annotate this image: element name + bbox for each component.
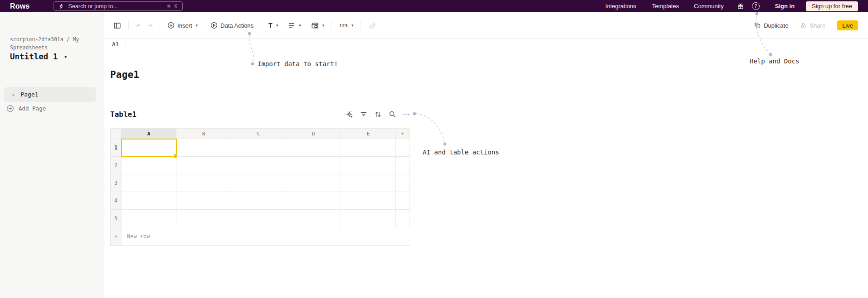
cell[interactable] (231, 192, 286, 210)
play-circle-icon (210, 22, 218, 29)
add-column-button[interactable]: + (396, 128, 410, 139)
search-shortcut: ⌘ K (167, 3, 178, 10)
toolbar-divider (332, 21, 332, 30)
cell[interactable] (231, 210, 286, 227)
redo-icon[interactable]: ↷ (148, 22, 152, 29)
add-row-button[interactable]: + (110, 227, 122, 245)
cell[interactable] (231, 157, 286, 174)
triangle-right-icon: ▸ (12, 92, 15, 97)
page-title: Page1 (110, 69, 139, 80)
cell[interactable] (176, 210, 231, 227)
cell-A1[interactable] (122, 139, 176, 157)
cell[interactable] (396, 210, 410, 227)
cell[interactable] (286, 139, 341, 157)
cell[interactable] (231, 139, 286, 157)
table-title[interactable]: Table1 (110, 110, 137, 119)
formula-bar: A1 (104, 39, 868, 49)
cell[interactable] (341, 139, 396, 157)
cell[interactable] (286, 210, 341, 227)
text-format-button[interactable]: T ▾ (268, 22, 278, 29)
table-row: 4 (110, 192, 410, 210)
table-row: 3 (110, 174, 410, 192)
cell[interactable] (122, 157, 176, 174)
clear-formatting-icon[interactable] (368, 22, 376, 29)
nav-integrations[interactable]: Integrations (605, 3, 636, 10)
grid-corner[interactable] (110, 128, 122, 139)
cell[interactable] (176, 139, 231, 157)
nav-templates[interactable]: Templates (652, 3, 679, 10)
cell[interactable] (396, 157, 410, 174)
text-format-icon: T (268, 22, 273, 29)
cell[interactable] (341, 210, 396, 227)
cell[interactable] (176, 174, 231, 192)
cell[interactable] (176, 157, 231, 174)
undo-icon[interactable]: ↶ (136, 22, 140, 29)
ai-sparkle-icon[interactable] (346, 111, 353, 118)
add-page-label: Add Page (19, 105, 46, 112)
cell[interactable] (341, 174, 396, 192)
share-button[interactable]: Share (800, 22, 825, 29)
add-page-button[interactable]: Add Page (6, 105, 46, 112)
data-actions-label: Data Actions (220, 22, 254, 29)
cell[interactable] (176, 192, 231, 210)
lock-icon (800, 22, 807, 29)
sort-icon[interactable] (374, 111, 382, 118)
column-header-D[interactable]: D (286, 128, 341, 139)
sidebar-item-page1[interactable]: ▸ Page1 (4, 87, 96, 102)
column-header-C[interactable]: C (231, 128, 286, 139)
cell[interactable] (122, 174, 176, 192)
insert-label: Insert (177, 22, 192, 29)
cell[interactable] (231, 174, 286, 192)
search-input[interactable]: Search or jump to... ⌘ K (54, 1, 183, 11)
duplicate-button[interactable]: Duplicate (754, 22, 788, 29)
cell-reference[interactable]: A1 (112, 41, 126, 48)
cell[interactable] (396, 192, 410, 210)
row-header-5[interactable]: 5 (110, 210, 122, 227)
toolbar-right-cluster: Duplicate Share Live (754, 20, 868, 30)
table-header-row: Table1 ⋯ (110, 107, 410, 121)
breadcrumb[interactable]: scorpion-2dfa301a / My Spreadsheets (10, 36, 86, 52)
nav-community[interactable]: Community (694, 3, 724, 10)
formula-input[interactable] (126, 39, 868, 49)
sign-in-link[interactable]: Sign in (775, 3, 795, 10)
flash-icon (59, 3, 64, 10)
row-header-2[interactable]: 2 (110, 157, 122, 174)
table-row: 2 (110, 157, 410, 174)
annotation-import-data: Import data to start! (258, 60, 338, 67)
column-header-B[interactable]: B (176, 128, 231, 139)
cell[interactable] (122, 210, 176, 227)
row-header-1[interactable]: 1 (110, 139, 122, 157)
cell[interactable] (286, 157, 341, 174)
workbook-title-dropdown[interactable]: Untitled 1 ▾ (10, 52, 67, 61)
cell[interactable] (286, 174, 341, 192)
help-icon[interactable]: ? (752, 2, 760, 10)
fill-color-button[interactable]: ▾ (311, 22, 325, 29)
cell[interactable] (122, 192, 176, 210)
rows-logo[interactable]: Rows (10, 2, 29, 10)
filter-icon[interactable] (360, 111, 367, 118)
row-header-4[interactable]: 4 (110, 192, 122, 210)
new-row[interactable]: + New row (110, 227, 410, 246)
live-badge[interactable]: Live (837, 20, 858, 30)
cell[interactable] (396, 139, 410, 157)
data-actions-button[interactable]: Data Actions (210, 22, 254, 29)
gift-icon[interactable] (737, 3, 744, 10)
sidebar-toggle-icon[interactable] (113, 22, 121, 29)
search-icon[interactable] (389, 111, 396, 118)
cell[interactable] (396, 174, 410, 192)
table-row: 5 (110, 210, 410, 227)
sign-up-button[interactable]: Sign up for free (806, 1, 858, 11)
number-format-button[interactable]: 123 ▾ (339, 23, 353, 28)
row-header-3[interactable]: 3 (110, 174, 122, 192)
column-header-A[interactable]: A (122, 128, 176, 139)
cell[interactable] (286, 192, 341, 210)
cell[interactable] (341, 192, 396, 210)
new-row-label[interactable]: New row (122, 227, 410, 245)
fill-handle[interactable] (174, 154, 178, 158)
chevron-down-icon: ▾ (322, 23, 325, 28)
alignment-button[interactable]: ▾ (288, 22, 301, 29)
column-header-E[interactable]: E (341, 128, 396, 139)
cell[interactable] (341, 157, 396, 174)
insert-button[interactable]: Insert ▾ (167, 22, 198, 29)
duplicate-icon (754, 22, 761, 29)
